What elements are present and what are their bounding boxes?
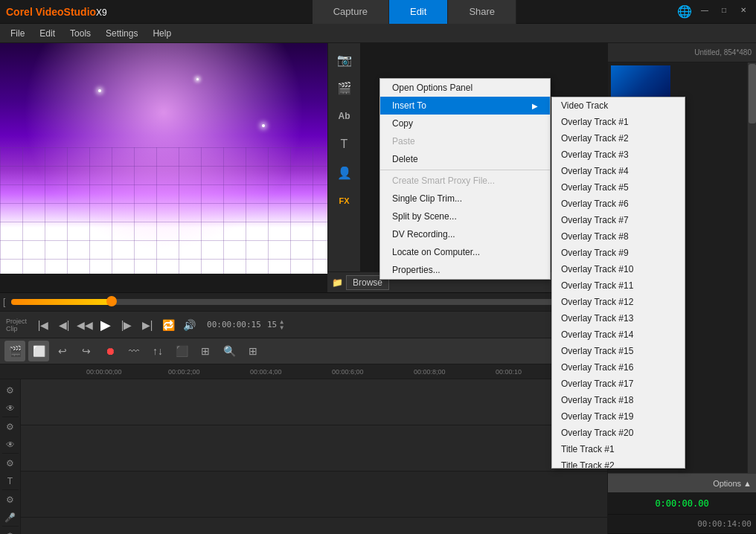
track-settings-icon[interactable]: ⚙ (2, 382, 19, 399)
ctx-dv-recording[interactable]: DV Recording... (380, 225, 550, 243)
smart-proxy-btn[interactable]: ↑↓ (147, 341, 168, 361)
menu-help[interactable]: Help (145, 27, 179, 40)
scrollbar-thumb[interactable] (749, 64, 756, 123)
ctx-locate-computer-label: Locate on Computer... (392, 247, 480, 257)
repeat-btn[interactable]: 🔁 (159, 316, 177, 334)
menu-tools[interactable]: Tools (63, 27, 98, 40)
sub-overlay-track-18[interactable]: Overlay Track #18 (552, 392, 685, 408)
zoom-in-btn[interactable]: 🔍 (219, 341, 240, 361)
ctx-submenu-arrow: ▶ (532, 102, 538, 110)
ctx-split-scene[interactable]: Split by Scene... (380, 208, 550, 225)
ctx-delete[interactable]: Delete (380, 150, 550, 168)
goto-start-btn[interactable]: |◀ (34, 316, 52, 334)
sub-overlay-track-15[interactable]: Overlay Track #15 (552, 343, 685, 359)
brand-corel: Corel (6, 6, 36, 18)
menu-settings[interactable]: Settings (98, 27, 145, 40)
sub-video-track[interactable]: Video Track (552, 97, 685, 114)
zoom-out-btn[interactable]: ⊞ (243, 341, 263, 361)
sub-overlay-track-2[interactable]: Overlay Track #2 (552, 130, 685, 147)
step-forward-btn[interactable]: |▶ (118, 316, 135, 334)
maximize-button[interactable]: □ (717, 4, 731, 15)
project-name-label: Untitled, 854*480 (694, 48, 752, 57)
sub-overlay-track-11[interactable]: Overlay Track #11 (552, 277, 685, 294)
reverse-btn[interactable]: ◀◀ (76, 316, 94, 334)
overlay-eye-icon[interactable]: 👁 (2, 437, 19, 453)
music-settings-icon[interactable]: ⚙ (2, 528, 19, 534)
right-scrollbar[interactable] (747, 62, 756, 473)
duration-value: 15 (267, 320, 277, 329)
ctx-locate-computer[interactable]: Locate on Computer... (380, 243, 550, 261)
ctx-open-options[interactable]: Open Options Panel (380, 79, 550, 97)
sub-overlay-track-8[interactable]: Overlay Track #8 (552, 228, 685, 245)
context-menu: Open Options Panel Insert To ▶ Video Tra… (379, 78, 551, 280)
minimize-button[interactable]: — (698, 4, 711, 15)
menu-edit[interactable]: Edit (32, 27, 63, 40)
tab-edit[interactable]: Edit (389, 0, 448, 24)
sub-title-track-1[interactable]: Title Track #1 (552, 441, 685, 457)
video-track-btn[interactable]: 🎬 (4, 341, 25, 361)
tab-share[interactable]: Share (448, 0, 516, 24)
voice-settings-icon[interactable]: ⚙ (2, 492, 19, 508)
video-track-row (21, 379, 607, 425)
text-btn[interactable]: Ab (331, 103, 358, 129)
options-button[interactable]: Options ▲ (608, 473, 756, 492)
sub-overlay-track-9[interactable]: Overlay Track #9 (552, 245, 685, 261)
redo-btn[interactable]: ↪ (76, 341, 97, 361)
title-btn[interactable]: T (331, 131, 358, 158)
globe-icon[interactable]: 🌐 (677, 4, 692, 19)
title-track-row (21, 472, 607, 518)
overlay-track-btn[interactable]: ⬜ (28, 341, 49, 361)
ctx-single-clip-trim[interactable]: Single Clip Trim... (380, 190, 550, 208)
sub-overlay-track-16[interactable]: Overlay Track #16 (552, 359, 685, 376)
sub-overlay-track-13[interactable]: Overlay Track #13 (552, 310, 685, 326)
overlay-settings-icon[interactable]: ⚙ (2, 419, 19, 435)
record-btn[interactable]: ⏺ (100, 341, 121, 361)
scrubber-area: [ ] ✂ ⬡ (0, 292, 607, 311)
sub-overlay-track-4[interactable]: Overlay Track #4 (552, 163, 685, 179)
graphics-btn[interactable]: 👤 (331, 159, 358, 186)
ctx-insert-to[interactable]: Insert To ▶ Video Track Overlay Track #1… (380, 97, 550, 115)
decrement-btn[interactable]: ▼ (280, 325, 284, 331)
sub-title-track-2[interactable]: Title Track #2 (552, 457, 685, 469)
sub-overlay-track-3[interactable]: Overlay Track #3 (552, 147, 685, 163)
sub-overlay-track-17[interactable]: Overlay Track #17 (552, 376, 685, 392)
play-btn[interactable]: ▶ (97, 316, 115, 334)
bracket-start[interactable]: [ (3, 297, 5, 307)
sub-overlay-track-7[interactable]: Overlay Track #7 (552, 212, 685, 228)
ctx-copy[interactable]: Copy (380, 115, 550, 132)
track-eye-icon[interactable]: 👁 (2, 400, 19, 416)
transition-btn[interactable]: 🎬 (331, 74, 358, 101)
volume-btn[interactable]: 🔊 (180, 316, 198, 334)
app-logo: Corel VideoStudioX9 (6, 6, 107, 18)
tab-capture[interactable]: Capture (313, 0, 389, 24)
ctx-paste: Paste (380, 132, 550, 150)
ruler-mark-8: 00:00:8;00 (414, 368, 496, 376)
sub-overlay-track-14[interactable]: Overlay Track #14 (552, 326, 685, 343)
step-back-btn[interactable]: ◀| (55, 316, 73, 334)
ctx-copy-label: Copy (392, 118, 413, 129)
sub-overlay-track-20[interactable]: Overlay Track #20 (552, 425, 685, 441)
close-button[interactable]: ✕ (737, 4, 750, 15)
clip-label: Clip (6, 325, 27, 332)
voice-track-row (21, 518, 607, 534)
crop-btn[interactable]: ⊞ (195, 341, 216, 361)
title-settings-icon[interactable]: ⚙ (2, 455, 19, 472)
goto-end-btn[interactable]: ▶| (138, 316, 156, 334)
mix-btn[interactable]: 〰 (124, 341, 144, 361)
menu-file[interactable]: File (3, 27, 32, 40)
sub-overlay-track-6[interactable]: Overlay Track #6 (552, 196, 685, 212)
scrubber-thumb[interactable] (106, 296, 117, 306)
fx-btn[interactable]: FX (331, 187, 358, 214)
split-btn[interactable]: ⬛ (171, 341, 192, 361)
sub-overlay-track-12[interactable]: Overlay Track #12 (552, 294, 685, 310)
scrubber-track[interactable] (11, 299, 568, 305)
ctx-properties[interactable]: Properties... (380, 261, 550, 279)
sub-overlay-track-5[interactable]: Overlay Track #5 (552, 179, 685, 196)
sub-overlay-track-10[interactable]: Overlay Track #10 (552, 261, 685, 277)
sub-overlay-track-1[interactable]: Overlay Track #1 (552, 114, 685, 130)
voice-icon[interactable]: 🎤 (2, 509, 19, 526)
sub-overlay-track-19[interactable]: Overlay Track #19 (552, 408, 685, 425)
media-library-btn[interactable]: 📷 (331, 46, 358, 73)
undo-btn[interactable]: ↩ (52, 341, 73, 361)
title-eye-icon[interactable]: T (2, 473, 19, 489)
